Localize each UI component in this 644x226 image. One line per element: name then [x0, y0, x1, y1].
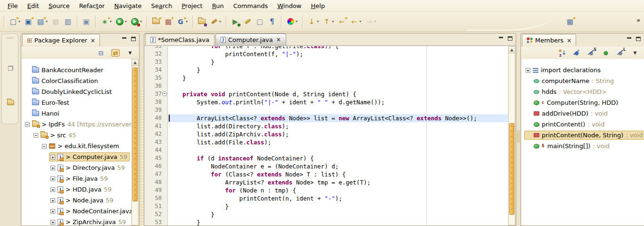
next-annotation-button[interactable]: ↓▾	[306, 16, 320, 27]
sort-button[interactable]: a↓z	[559, 49, 566, 57]
open-type-button[interactable]	[196, 16, 207, 27]
previous-annotation-button[interactable]: ↑▾	[321, 16, 335, 27]
menu-project[interactable]: Project	[177, 1, 207, 11]
menu-window[interactable]: Window	[272, 1, 306, 11]
restore-view-button[interactable]: ❐	[6, 64, 15, 73]
hide-local-types-button[interactable]: ●L	[616, 49, 625, 57]
tree-item-ziparchiv-java[interactable]: +J> ZipArchiv.java59	[22, 217, 139, 226]
save-button[interactable]: ▦	[50, 16, 61, 27]
menu-edit[interactable]: Edit	[23, 1, 44, 11]
expand-icon[interactable]: +	[50, 198, 55, 203]
debug-button[interactable]: ∗*▾	[99, 16, 113, 27]
member-printcontent-[interactable]: printContent() : void	[521, 119, 644, 130]
expand-icon[interactable]: +	[50, 166, 55, 170]
tab-someclass-java[interactable]: J *SomeClass.java	[145, 33, 215, 45]
collapse-icon[interactable]: −	[42, 144, 47, 149]
menu-commands[interactable]: Commands	[229, 1, 273, 11]
menu-source[interactable]: Source	[44, 1, 74, 11]
menu-navigate[interactable]: Navigate	[109, 1, 146, 11]
java-perspective-button[interactable]	[6, 98, 15, 107]
menu-search[interactable]: Search	[147, 1, 177, 11]
hide-static-members-button[interactable]: ●S	[587, 49, 595, 57]
print-button[interactable]: ▥	[62, 16, 74, 27]
member-computer-string-hdd-[interactable]: cComputer(String, HDD)	[521, 97, 644, 108]
toolbar-grip[interactable]	[4, 16, 5, 28]
tree-item-bankaccountreader[interactable]: BankAccountReader	[22, 65, 139, 75]
menu-run[interactable]: Run	[207, 1, 229, 11]
sash-package-editor[interactable]	[140, 90, 144, 226]
menu-file[interactable]: File	[3, 1, 23, 11]
run-external-tools-button[interactable]: ▶▾	[129, 16, 143, 27]
tab-computer-java[interactable]: J Computer.java ×	[215, 33, 286, 45]
block-selection-button[interactable]: ▢	[254, 16, 265, 27]
show-public-members-button[interactable]: ●	[602, 49, 610, 57]
member-hdds[interactable]: hdds : Vector<HDD>	[521, 86, 644, 97]
new-java-project-button[interactable]: *	[150, 16, 162, 27]
expand-icon[interactable]: +	[50, 209, 55, 214]
collapse-icon[interactable]: −	[33, 133, 38, 138]
minimize-button[interactable]	[498, 36, 504, 42]
new-wizard-button[interactable]: ▢*▾	[8, 16, 22, 27]
scroll-up-icon[interactable]: ▲	[509, 47, 515, 53]
collapse-all-button[interactable]: ⊟	[97, 49, 105, 57]
collapse-icon[interactable]: −	[25, 122, 30, 127]
fast-view-handle[interactable]	[6, 37, 14, 39]
package-explorer-tab[interactable]: ⊞ Package Explorer ×	[22, 34, 100, 46]
fold-collapse-icon[interactable]: −	[162, 92, 167, 96]
expand-icon[interactable]: +	[50, 220, 55, 225]
minimize-button[interactable]	[121, 37, 127, 42]
open-perspective-button[interactable]: ▦*	[564, 16, 576, 27]
tree-item-ipdfs[interactable]: −> IpdFs44 [https://svnserver.i	[22, 119, 139, 130]
maximize-button[interactable]	[131, 37, 136, 42]
hide-fields-button[interactable]: ●	[572, 49, 581, 57]
copy-resource-button[interactable]: ▣	[81, 16, 92, 27]
tree-item-hdd-java[interactable]: +J> HDD.java59	[22, 184, 139, 195]
view-menu-button[interactable]: ▼	[126, 49, 134, 57]
close-icon[interactable]: ×	[276, 36, 281, 43]
last-edit-location-button[interactable]: ←*	[336, 16, 347, 27]
member-adddrive-hdd-[interactable]: addDrive(HDD) : void	[521, 108, 644, 119]
code-editor[interactable]: for (File f : hdd.get(File.class)) { pri…	[168, 46, 508, 226]
member-computername[interactable]: computerName : String	[521, 75, 644, 86]
scrollbar-thumb[interactable]	[132, 67, 138, 201]
run-button[interactable]: ▶▾	[114, 16, 128, 27]
menu-refactor[interactable]: Refactor	[74, 1, 110, 11]
new-view-button[interactable]: ▤*▾	[35, 16, 49, 27]
sash-editor-members[interactable]	[516, 33, 520, 226]
close-icon[interactable]: ×	[91, 37, 95, 44]
menu-help[interactable]: Help	[306, 1, 330, 11]
tree-item-file-java[interactable]: +J> File.java59	[22, 173, 139, 184]
minimize-button[interactable]	[626, 37, 632, 42]
package-explorer-scrollbar[interactable]: ▲	[132, 59, 139, 226]
tree-item-node-java[interactable]: +J> Node.java59	[22, 195, 139, 206]
highlighter-button[interactable]	[242, 16, 253, 27]
tree-item-euro-test[interactable]: Euro-Test	[22, 97, 139, 108]
sash-grip[interactable]	[517, 130, 520, 142]
coverage-button[interactable]: ▶	[230, 16, 241, 27]
tree-item-doublylinkedcycliclist[interactable]: DoublyLinkedCyclicList	[22, 86, 139, 97]
view-menu-button[interactable]: ▼	[631, 49, 639, 57]
members-tab[interactable]: ■● ▲◆ Members ×	[522, 34, 576, 46]
search-button[interactable]: ▾	[208, 16, 223, 27]
maximize-button[interactable]	[507, 36, 513, 42]
expand-icon[interactable]: +	[50, 155, 55, 159]
gwt-compile-button[interactable]: G*▾	[175, 16, 189, 27]
scroll-up-icon[interactable]: ▲	[132, 59, 138, 66]
line-number-ruler[interactable]: 3132333435363738394041424344454647484950…	[145, 46, 168, 226]
editor-scrollbar[interactable]: ▲	[508, 46, 515, 226]
tree-item-src[interactable]: −> src45	[22, 130, 139, 141]
tree-item-computer-java[interactable]: +J> Computer.java59	[22, 151, 139, 162]
tree-item-colorclassification[interactable]: ColorClassification	[22, 75, 139, 86]
close-icon[interactable]: ×	[567, 37, 571, 44]
toolbar-overflow-button[interactable]: »	[636, 17, 640, 24]
color-wheel-button[interactable]: ▾	[285, 16, 299, 27]
scrollbar-thumb[interactable]	[509, 123, 514, 215]
tree-item-hanoi[interactable]: Hanoi	[22, 108, 139, 119]
show-whitespace-button[interactable]: ¶	[266, 16, 278, 27]
new-window-button[interactable]: ▣*	[23, 16, 34, 27]
link-with-editor-button[interactable]: ⇄	[111, 49, 120, 57]
member-import-declarations[interactable]: +import declarations	[521, 65, 644, 75]
member-main-string-[interactable]: Smain(String[]) : void	[521, 141, 644, 151]
back-button[interactable]: ←▾	[348, 16, 363, 27]
tree-item-edu-kit-filesystem[interactable]: −> edu.kit.filesystem	[22, 141, 139, 151]
